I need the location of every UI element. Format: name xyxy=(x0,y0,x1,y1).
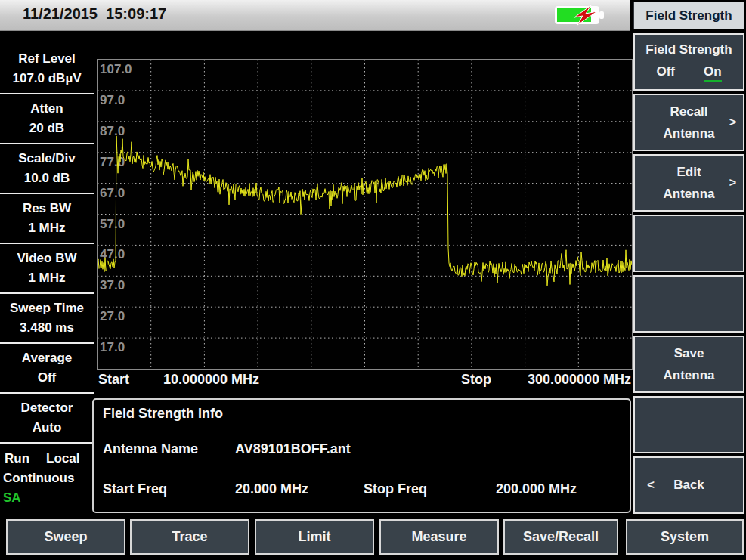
svg-text:97.0: 97.0 xyxy=(100,93,125,107)
atten-readout: Atten20 dB xyxy=(0,95,94,142)
save-label-line1: Save xyxy=(674,346,704,361)
stop-freq-label: Stop Freq xyxy=(364,481,427,497)
recall-label-line1: Recall xyxy=(670,104,707,119)
svg-text:87.0: 87.0 xyxy=(100,124,125,138)
sweep-menu-button[interactable]: Sweep xyxy=(6,519,125,555)
divider xyxy=(0,193,94,194)
back-label: Back xyxy=(673,478,704,493)
submenu-arrow-icon: > xyxy=(729,176,736,190)
antenna-name-label: Antenna Name xyxy=(103,441,198,457)
ref-level-readout: Ref Level107.0 dBµV xyxy=(0,45,94,92)
start-freq-value: 20.000 MHz xyxy=(235,481,308,497)
divider xyxy=(0,342,94,344)
recall-antenna-button[interactable]: Recall Antenna > xyxy=(633,94,744,151)
system-menu-button[interactable]: System xyxy=(626,519,744,555)
field-strength-toggle-button[interactable]: Field Strength Off On xyxy=(633,33,744,91)
divider xyxy=(0,442,94,444)
detector-readout: DetectorAuto xyxy=(0,394,94,441)
svg-text:27.0: 27.0 xyxy=(100,309,125,323)
spectrum-analyzer-screen: 11/21/2015 15:09:17 Field Strength Field… xyxy=(0,0,746,560)
submenu-arrow-icon: > xyxy=(729,116,736,129)
toggle-title: Field Strength xyxy=(645,42,732,57)
video-bw-readout: Video BW1 MHz xyxy=(0,245,94,292)
x-axis-start-label: Start xyxy=(98,372,129,388)
run-status: Run Local Continuous SA xyxy=(0,444,94,508)
trace-menu-button[interactable]: Trace xyxy=(130,519,249,555)
antenna-name-value: AV89101BOFF.ant xyxy=(235,441,351,457)
svg-text:37.0: 37.0 xyxy=(100,278,125,292)
svg-text:77.0: 77.0 xyxy=(100,155,125,169)
sweep-mode: Continuous xyxy=(3,469,94,488)
measure-menu-button[interactable]: Measure xyxy=(379,519,499,555)
field-strength-info-box: Field Strength Info Antenna Name AV89101… xyxy=(92,398,631,513)
svg-text:47.0: 47.0 xyxy=(100,247,125,261)
edit-label-line2: Antenna xyxy=(664,187,715,202)
svg-text:67.0: 67.0 xyxy=(100,186,125,200)
control-state: Local xyxy=(46,449,79,469)
settings-panel: Ref Level107.0 dBµV Atten20 dB Scale/Div… xyxy=(0,45,94,508)
divider xyxy=(0,143,94,144)
softkey-blank-3[interactable] xyxy=(633,396,744,453)
x-axis-stop-value: 300.000000 MHz xyxy=(528,372,631,388)
battery-charging-icon xyxy=(554,5,608,26)
softkey-blank-1[interactable] xyxy=(633,215,744,272)
limit-menu-button[interactable]: Limit xyxy=(255,519,374,555)
run-state: Run xyxy=(5,449,29,469)
toggle-on-option: On xyxy=(704,64,722,82)
softkey-menu: Field Strength Off On Recall Antenna > E… xyxy=(633,33,744,514)
spectrum-trace-plot: 107.097.087.077.067.057.047.037.027.017.… xyxy=(98,60,632,369)
info-title: Field Strength Info xyxy=(103,406,223,422)
average-readout: AverageOff xyxy=(0,345,94,391)
svg-text:57.0: 57.0 xyxy=(100,217,125,231)
datetime-display: 11/21/2015 15:09:17 xyxy=(23,5,166,23)
save-recall-menu-button[interactable]: Save/Recall xyxy=(503,519,618,555)
res-bw-readout: Res BW1 MHz xyxy=(0,195,94,242)
sweep-time-readout: Sweep Time3.480 ms xyxy=(0,295,94,342)
x-axis-stop-label: Stop xyxy=(461,372,491,388)
divider xyxy=(0,243,94,244)
edit-label-line1: Edit xyxy=(676,165,701,180)
x-axis-start-value: 10.000000 MHz xyxy=(163,372,259,388)
divider xyxy=(0,392,94,394)
spectrum-chart: 107.097.087.077.067.057.047.037.027.017.… xyxy=(97,59,633,370)
softkey-blank-2[interactable] xyxy=(633,275,744,333)
svg-text:107.0: 107.0 xyxy=(100,62,132,76)
back-button[interactable]: < Back xyxy=(633,456,744,514)
edit-antenna-button[interactable]: Edit Antenna > xyxy=(633,154,744,212)
menu-title: Field Strength xyxy=(633,2,744,29)
back-arrow-icon: < xyxy=(647,478,655,493)
start-freq-label: Start Freq xyxy=(103,481,167,497)
save-antenna-button[interactable]: Save Antenna xyxy=(633,336,744,393)
divider xyxy=(0,292,94,294)
recall-label-line2: Antenna xyxy=(664,126,715,141)
app-mode-badge: SA xyxy=(3,488,94,508)
stop-freq-value: 200.000 MHz xyxy=(496,481,577,497)
svg-text:17.0: 17.0 xyxy=(100,340,125,354)
top-status-bar: 11/21/2015 15:09:17 xyxy=(0,0,630,31)
toggle-off-option: Off xyxy=(656,64,675,82)
divider xyxy=(0,93,94,94)
scale-div-readout: Scale/Div10.0 dB xyxy=(0,145,94,192)
save-label-line2: Antenna xyxy=(664,368,715,383)
